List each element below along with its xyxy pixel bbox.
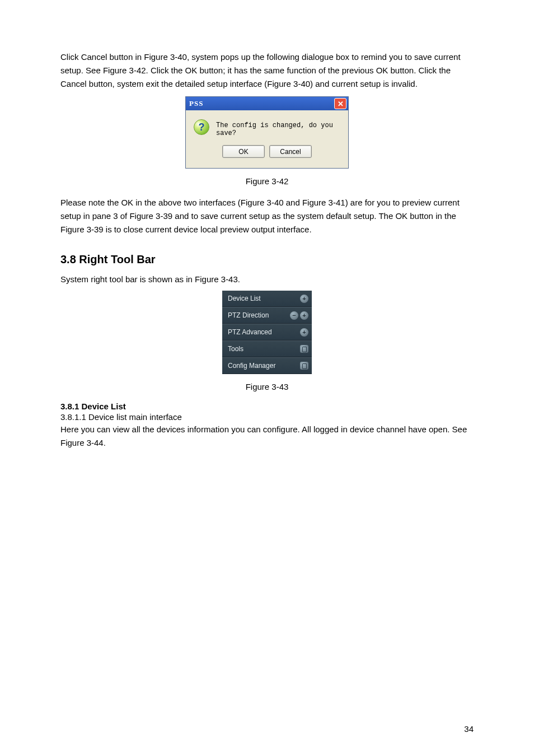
- dialog-title: PSS: [189, 99, 203, 108]
- dialog-box: PSS ✕ ? The config is changed, do you sa…: [185, 96, 349, 169]
- right-tool-bar-row[interactable]: Device List +: [222, 291, 312, 307]
- ok-button[interactable]: OK: [222, 145, 265, 158]
- question-icon: ?: [194, 119, 209, 135]
- paragraph: Here you can view all the devices inform…: [60, 423, 474, 450]
- page-number: 34: [464, 724, 474, 734]
- panel-icon[interactable]: [300, 345, 308, 353]
- panel-icon[interactable]: [300, 362, 308, 370]
- right-tool-bar-row[interactable]: Tools: [222, 340, 312, 357]
- subsubsection-heading-3-8-1-1: 3.8.1.1 Device list main interface: [60, 412, 474, 422]
- cancel-button[interactable]: Cancel: [269, 145, 312, 158]
- right-tool-bar-row[interactable]: PTZ Direction − +: [222, 307, 312, 324]
- right-tool-bar-label: PTZ Advanced: [228, 328, 272, 336]
- figure-caption: Figure 3-42: [60, 176, 474, 186]
- plus-icon[interactable]: +: [300, 311, 308, 320]
- right-tool-bar: Device List + PTZ Direction − + PTZ Adva…: [222, 291, 312, 374]
- plus-icon[interactable]: +: [300, 295, 308, 303]
- dialog-body: ? The config is changed, do you save?: [186, 110, 348, 141]
- figure-3-42: PSS ✕ ? The config is changed, do you sa…: [60, 96, 474, 169]
- minus-icon[interactable]: −: [290, 311, 298, 320]
- dialog-titlebar: PSS ✕: [186, 97, 348, 110]
- subsection-heading-3-8-1: 3.8.1 Device List: [60, 402, 474, 411]
- paragraph: Please note the OK in the above two inte…: [60, 196, 474, 236]
- plus-icon[interactable]: +: [300, 328, 308, 337]
- right-tool-bar-label: PTZ Direction: [228, 311, 269, 319]
- right-tool-bar-label: Device List: [228, 295, 261, 302]
- section-heading-3-8: 3.8 Right Tool Bar: [60, 253, 474, 266]
- right-tool-bar-row[interactable]: Config Manager: [222, 357, 312, 374]
- figure-caption: Figure 3-43: [60, 382, 474, 391]
- right-tool-bar-row[interactable]: PTZ Advanced +: [222, 324, 312, 340]
- right-tool-bar-label: Tools: [228, 345, 243, 353]
- close-icon[interactable]: ✕: [334, 98, 346, 109]
- dialog-message: The config is changed, do you save?: [216, 119, 340, 137]
- paragraph: System right tool bar is shown as in Fig…: [60, 273, 474, 286]
- dialog-buttons: OK Cancel: [186, 141, 348, 168]
- paragraph: Click Cancel button in Figure 3-40, syst…: [60, 50, 474, 91]
- figure-3-43: Device List + PTZ Direction − + PTZ Adva…: [60, 291, 474, 374]
- right-tool-bar-label: Config Manager: [228, 362, 275, 370]
